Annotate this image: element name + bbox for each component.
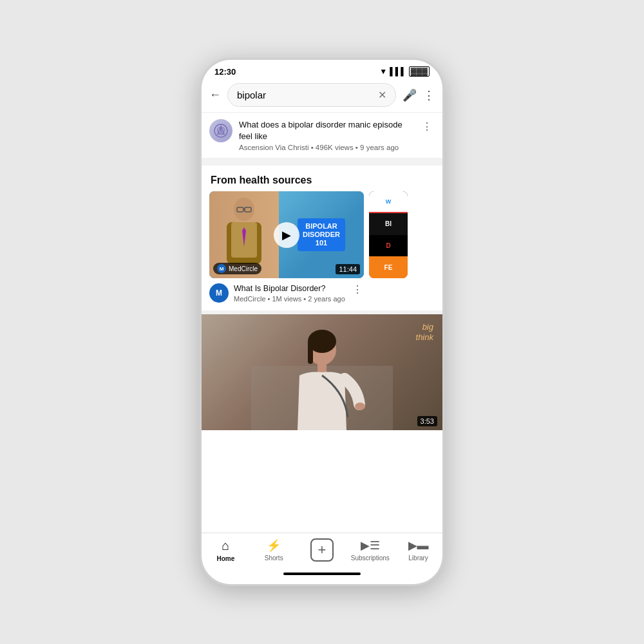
- library-label: Library: [408, 554, 428, 562]
- video-info: What does a bipolar disorder manic episo…: [239, 119, 413, 151]
- search-query: bipolar: [237, 90, 266, 100]
- home-label: Home: [217, 555, 235, 562]
- medcircle-card[interactable]: BIPOLARDISORDER101 ▶ M MedCircle 11:44 M: [209, 191, 364, 303]
- partial-fe: FE: [369, 256, 408, 278]
- clear-icon[interactable]: ✕: [378, 89, 386, 101]
- card-title: What Is Bipolar Disorder?: [234, 283, 346, 294]
- add-button[interactable]: +: [310, 538, 334, 562]
- search-input[interactable]: bipolar ✕: [227, 83, 396, 107]
- status-icons: ▼ ▌▌▌ ▓▓▓: [379, 66, 430, 77]
- channel-dot: M: [217, 264, 226, 273]
- channel-badge: M MedCircle: [213, 263, 261, 274]
- phone-screen: 12:30 ▼ ▌▌▌ ▓▓▓ ← bipolar ✕ 🎤 ⋮: [202, 60, 442, 584]
- section-title: From health sources: [211, 175, 433, 186]
- scroll-content: What does a bipolar disorder manic episo…: [202, 113, 442, 533]
- shorts-icon: ⚡: [267, 538, 281, 553]
- nav-library[interactable]: ▶▬ Library: [394, 538, 442, 562]
- add-icon: +: [318, 542, 327, 558]
- library-icon: ▶▬: [408, 538, 429, 553]
- signal-icon: ▌▌▌: [390, 67, 406, 76]
- nav-add[interactable]: +: [298, 538, 346, 562]
- status-bar: 12:30 ▼ ▌▌▌ ▓▓▓: [202, 60, 442, 79]
- wifi-icon: ▼: [379, 67, 387, 76]
- video-meta: Ascension Via Christi • 496K views • 9 y…: [239, 144, 413, 151]
- big-think-logo: bigthink: [416, 322, 433, 342]
- person-svg: [251, 314, 393, 430]
- back-button[interactable]: ←: [209, 88, 221, 102]
- card-more-button[interactable]: ⋮: [351, 283, 364, 296]
- big-think-inner: bigthink 3:53: [202, 314, 442, 430]
- card-thumbnail: BIPOLARDISORDER101 ▶ M MedCircle 11:44: [209, 191, 364, 278]
- bottom-nav: ⌂ Home ⚡ Shorts + ▶☰ Subscriptions ▶▬ Li…: [202, 533, 442, 573]
- battery-icon: ▓▓▓: [409, 66, 430, 77]
- card-avatar: M: [209, 283, 229, 303]
- svg-point-15: [355, 402, 365, 410]
- partial-top: W: [369, 191, 408, 213]
- subscriptions-icon: ▶☰: [361, 538, 380, 553]
- health-cards-row: BIPOLARDISORDER101 ▶ M MedCircle 11:44 M: [202, 191, 442, 310]
- video-list-item[interactable]: What does a bipolar disorder manic episo…: [202, 113, 442, 158]
- partial-bi: BI: [369, 213, 408, 235]
- partial-card[interactable]: W BI D FE: [369, 191, 408, 303]
- channel-badge-name: MedCircle: [229, 265, 258, 272]
- phone-frame: 12:30 ▼ ▌▌▌ ▓▓▓ ← bipolar ✕ 🎤 ⋮: [200, 58, 444, 586]
- card-text: What Is Bipolar Disorder? MedCircle • 1M…: [234, 283, 346, 303]
- card-info: M What Is Bipolar Disorder? MedCircle • …: [209, 278, 364, 303]
- nav-home[interactable]: ⌂ Home: [202, 538, 250, 562]
- bipolar-label: BIPOLARDISORDER101: [298, 218, 345, 252]
- partial-thumbnail: W BI D FE: [369, 191, 408, 278]
- big-think-thumbnail: bigthink 3:53: [202, 314, 442, 430]
- search-bar: ← bipolar ✕ 🎤 ⋮: [202, 79, 442, 113]
- avatar: [209, 119, 232, 142]
- more-options-icon[interactable]: ⋮: [423, 88, 435, 102]
- nav-shorts[interactable]: ⚡ Shorts: [250, 538, 298, 562]
- ascension-logo: [214, 124, 228, 138]
- play-button[interactable]: ▶: [274, 222, 299, 248]
- svg-rect-13: [308, 341, 313, 364]
- mic-icon[interactable]: 🎤: [402, 88, 417, 102]
- video-title: What does a bipolar disorder manic episo…: [239, 119, 413, 142]
- partial-d: D: [369, 235, 408, 257]
- big-think-video[interactable]: bigthink 3:53: [202, 310, 442, 430]
- section-header: From health sources: [202, 162, 442, 191]
- shorts-label: Shorts: [265, 554, 283, 562]
- video-more-button[interactable]: ⋮: [419, 119, 435, 134]
- nav-subscriptions[interactable]: ▶☰ Subscriptions: [346, 538, 394, 562]
- status-time: 12:30: [214, 67, 236, 77]
- home-indicator: [283, 573, 361, 575]
- big-duration: 3:53: [417, 416, 437, 426]
- home-icon: ⌂: [222, 538, 229, 553]
- card-meta: MedCircle • 1M views • 2 years ago: [234, 295, 346, 303]
- home-indicator-bar: [202, 573, 442, 584]
- card-duration: 11:44: [336, 264, 360, 274]
- subscriptions-label: Subscriptions: [351, 554, 390, 562]
